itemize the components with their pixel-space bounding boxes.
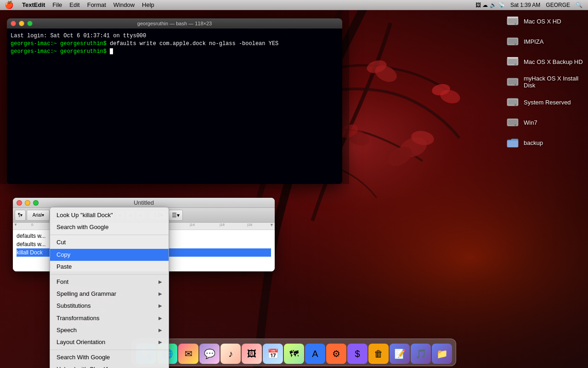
dock-calendar[interactable]: 📅 bbox=[263, 344, 283, 364]
menubar-format[interactable]: Format bbox=[84, 0, 110, 10]
search-icon[interactable]: 🔍 bbox=[574, 2, 584, 8]
ctx-lookup[interactable]: Look Up "killall Dock" bbox=[50, 209, 169, 221]
svg-point-17 bbox=[514, 43, 516, 45]
ctx-cut[interactable]: Cut bbox=[50, 236, 169, 248]
drive-backup-hd[interactable]: Mac OS X Backup HD bbox=[505, 54, 583, 69]
ctx-paste[interactable]: Paste bbox=[50, 261, 169, 273]
ruler-indicator: ▼ bbox=[14, 223, 17, 227]
svg-rect-12 bbox=[508, 18, 517, 24]
dock-textedit[interactable]: 📝 bbox=[390, 344, 410, 364]
ctx-layout-label: Layout Orientation bbox=[57, 338, 105, 346]
ctx-paste-label: Paste bbox=[57, 263, 72, 271]
svg-point-3 bbox=[439, 88, 462, 105]
toolbar-list-btn[interactable]: ☰▾ bbox=[169, 210, 183, 221]
ruler-expand[interactable]: ▼ bbox=[270, 223, 274, 227]
menubar-edit[interactable]: Edit bbox=[66, 0, 83, 10]
drive-myhack-name: myHack OS X Install Disk bbox=[524, 75, 583, 89]
ctx-transformations-label: Transformations bbox=[57, 314, 99, 322]
toolbar-font-btn[interactable]: Arial▾ bbox=[27, 210, 50, 221]
textedit-close-btn[interactable] bbox=[17, 200, 22, 206]
dock-extras2[interactable]: 📁 bbox=[432, 344, 452, 364]
ctx-spelling-arrow: ▶ bbox=[158, 291, 162, 297]
ctx-font-arrow: ▶ bbox=[158, 279, 162, 285]
svg-point-7 bbox=[345, 128, 371, 149]
dock-system-prefs[interactable]: ⚙ bbox=[326, 344, 346, 364]
menubar-right: 🖼 ☁ 🔊 📡 Sat 1:39 AM GEORGE 🔍 bbox=[474, 2, 588, 8]
dock-terminal[interactable]: $ bbox=[347, 344, 368, 364]
drive-impiza-icon bbox=[505, 34, 520, 49]
ctx-speech-label: Speech bbox=[57, 326, 77, 334]
ctx-spelling-label: Spelling and Grammar bbox=[57, 290, 116, 298]
menubar-help[interactable]: Help bbox=[138, 0, 158, 10]
drive-system-reserved-name: System Reserved bbox=[524, 99, 571, 106]
menubar-user: GEORGE bbox=[544, 2, 572, 8]
ctx-search-google-top[interactable]: Search with Google bbox=[50, 221, 169, 233]
ctx-cloudapp[interactable]: Upload with CloudApp bbox=[50, 363, 169, 368]
svg-point-6 bbox=[365, 58, 388, 75]
toolbar-style-btn[interactable]: ¶▾ bbox=[15, 210, 26, 221]
svg-rect-16 bbox=[508, 39, 517, 44]
dock-maps[interactable]: 🗺 bbox=[284, 344, 304, 364]
drive-backup-folder[interactable]: backup bbox=[505, 135, 583, 150]
ruler-16: |16 bbox=[220, 223, 225, 227]
ctx-font[interactable]: Font ▶ bbox=[50, 276, 169, 288]
svg-point-24 bbox=[514, 84, 516, 86]
svg-point-13 bbox=[514, 23, 516, 25]
svg-point-4 bbox=[431, 83, 451, 97]
textedit-max-btn[interactable] bbox=[33, 200, 39, 206]
terminal-max-btn[interactable] bbox=[27, 21, 33, 26]
ruler-18: |18 bbox=[247, 223, 252, 227]
svg-point-5 bbox=[373, 62, 400, 85]
svg-point-1 bbox=[410, 129, 435, 147]
drive-myhack[interactable]: myHack OS X Install Disk bbox=[505, 75, 583, 89]
finder-sidebar: Mac OS X HD IMPIZA Mac OS X Backup HD bbox=[505, 14, 583, 150]
svg-rect-14 bbox=[507, 17, 518, 18]
terminal-title: georgesruthin — bash — 118×23 bbox=[137, 21, 212, 26]
drive-myhack-icon bbox=[505, 75, 520, 89]
dock-mail[interactable]: ✉ bbox=[178, 344, 198, 364]
ctx-search-google-bottom[interactable]: Search With Google bbox=[50, 351, 169, 363]
ctx-lookup-label: Look Up "killall Dock" bbox=[57, 211, 113, 219]
terminal-window: georgesruthin — bash — 118×23 Last login… bbox=[7, 18, 342, 184]
ctx-sep-1 bbox=[50, 235, 169, 235]
ctx-cut-label: Cut bbox=[57, 238, 66, 247]
menubar-window[interactable]: Window bbox=[110, 0, 138, 10]
terminal-min-btn[interactable] bbox=[19, 21, 24, 26]
menubar: 🍎 TextEdit File Edit Format Window Help … bbox=[0, 0, 588, 10]
apple-menu[interactable]: 🍎 bbox=[0, 0, 18, 10]
svg-point-20 bbox=[514, 63, 516, 65]
terminal-close-btn[interactable] bbox=[11, 21, 16, 26]
drive-impiza[interactable]: IMPIZA bbox=[505, 34, 583, 49]
drive-macosx-hd[interactable]: Mac OS X HD bbox=[505, 14, 583, 29]
ctx-sep-2 bbox=[50, 274, 169, 275]
dock-music[interactable]: ♪ bbox=[220, 344, 241, 364]
menubar-file[interactable]: File bbox=[49, 0, 66, 10]
drive-impiza-name: IMPIZA bbox=[524, 38, 543, 45]
ctx-spelling[interactable]: Spelling and Grammar ▶ bbox=[50, 288, 169, 300]
menubar-icons: 🖼 ☁ 🔊 📡 bbox=[474, 2, 507, 8]
dock-trash[interactable]: 🗑 bbox=[368, 344, 389, 364]
ctx-substitutions[interactable]: Substitutions ▶ bbox=[50, 300, 169, 312]
drive-system-reserved-icon bbox=[505, 95, 520, 109]
textedit-min-btn[interactable] bbox=[25, 200, 30, 206]
dock-appstore[interactable]: A bbox=[305, 344, 325, 364]
ctx-layout[interactable]: Layout Orientation ▶ bbox=[50, 336, 169, 348]
menubar-textedit[interactable]: TextEdit bbox=[18, 0, 49, 10]
terminal-content[interactable]: Last login: Sat Oct 6 01:37:41 on ttys00… bbox=[7, 29, 342, 184]
ctx-transformations[interactable]: Transformations ▶ bbox=[50, 312, 169, 324]
terminal-line-1: Last login: Sat Oct 6 01:37:41 on ttys00… bbox=[11, 32, 339, 40]
dock-messages[interactable]: 💬 bbox=[199, 344, 220, 364]
dock-extras1[interactable]: 🎵 bbox=[411, 344, 431, 364]
dock-photos[interactable]: 🖼 bbox=[242, 344, 262, 364]
drive-system-reserved[interactable]: System Reserved bbox=[505, 95, 583, 109]
ctx-copy[interactable]: Copy bbox=[50, 249, 169, 261]
ctx-speech-arrow: ▶ bbox=[158, 327, 162, 334]
ruler-0: 0 bbox=[31, 223, 33, 227]
svg-point-2 bbox=[384, 143, 415, 170]
dock: 🔍 🌐 ✉ 💬 ♪ 🖼 📅 🗺 A ⚙ $ 🗑 📝 🎵 📁 bbox=[132, 339, 456, 366]
textedit-titlebar: Untitled bbox=[13, 198, 275, 208]
svg-point-27 bbox=[514, 104, 516, 106]
ctx-speech[interactable]: Speech ▶ bbox=[50, 324, 169, 336]
ctx-copy-label: Copy bbox=[57, 251, 70, 259]
drive-win7[interactable]: Win7 bbox=[505, 115, 583, 130]
